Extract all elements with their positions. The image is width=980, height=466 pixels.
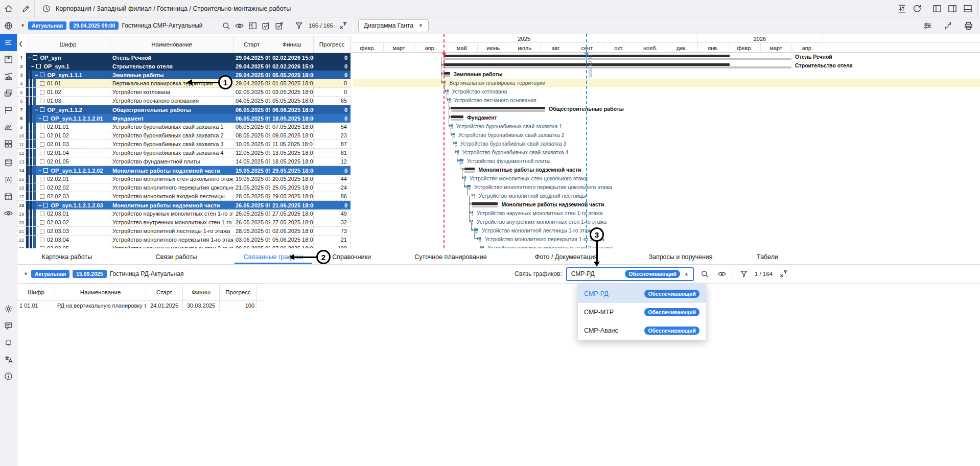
- row-checkbox[interactable]: [40, 73, 44, 77]
- rail-item-database[interactable]: [0, 154, 17, 171]
- row-checkbox[interactable]: [40, 133, 44, 138]
- rail-item-text-style[interactable]: [A]: [0, 171, 17, 188]
- rail-item-info[interactable]: [0, 368, 17, 385]
- tab-8[interactable]: Табели: [754, 249, 781, 265]
- table-row[interactable]: 1902.03.01Устройство наружных монолитных…: [17, 209, 351, 218]
- search-icon[interactable]: [698, 267, 711, 281]
- rail-item-translate[interactable]: [0, 351, 17, 368]
- gantt-bar[interactable]: [464, 168, 475, 170]
- gantt-bar[interactable]: [472, 202, 498, 205]
- search-button[interactable]: [219, 19, 232, 32]
- rail-item-grid[interactable]: [0, 135, 17, 152]
- table-row[interactable]: 1602.02.02Устройство монолитного перекры…: [17, 183, 351, 192]
- tab-4[interactable]: Справочники: [329, 249, 374, 265]
- tab-1[interactable]: Карточка работы: [39, 249, 95, 265]
- table-row[interactable]: 902.01.01Устройство буронабивных свай за…: [17, 123, 351, 131]
- rail-item-kanban[interactable]: [0, 51, 17, 68]
- rail-item-outline-list[interactable]: [0, 34, 17, 51]
- table-row[interactable]: 2−OP_syn.1Строительство отеля29.04.2025 …: [17, 62, 351, 71]
- row-checkbox[interactable]: [40, 151, 44, 155]
- linked-table-row[interactable]: 1 01.01РД на вертикальную планировку тер…: [17, 300, 265, 311]
- layout-button[interactable]: [246, 19, 259, 32]
- clear-filter-icon[interactable]: [336, 19, 349, 32]
- table-row[interactable]: 1−OP_synОтель Речной29.04.2025 09:0002.0…: [17, 53, 351, 62]
- table-row[interactable]: 2102.03.03Устройство монолитной лестницы…: [17, 227, 351, 236]
- table-row[interactable]: 14−OP_syn.1.1.2.1.2.02Монолитные работы …: [17, 166, 351, 175]
- table-row[interactable]: 1202.01.04Устройство буронабивных свай з…: [17, 149, 351, 157]
- gantt-bar[interactable]: [451, 115, 463, 118]
- column-header-3[interactable]: Финиш: [270, 36, 314, 53]
- eye-icon[interactable]: [715, 267, 729, 281]
- split-bottom-button[interactable]: [960, 0, 975, 17]
- row-checkbox[interactable]: [43, 203, 48, 207]
- rail-item-hatch[interactable]: [0, 119, 17, 135]
- row-checkbox[interactable]: [40, 212, 44, 216]
- tab-2[interactable]: Связи работы: [153, 249, 200, 265]
- table-row[interactable]: 3−OP_syn.1.1.1Земляные работы29.04.2025 …: [17, 71, 351, 79]
- linked-column-header-0[interactable]: Шифр: [17, 284, 55, 300]
- expand-caret-icon[interactable]: ▼: [24, 271, 28, 276]
- table-row[interactable]: 401.01Вертикальная планировка территории…: [17, 79, 351, 88]
- split-left-button[interactable]: [929, 0, 945, 17]
- row-checkbox[interactable]: [40, 238, 44, 242]
- column-header-2[interactable]: Старт: [234, 36, 270, 53]
- linked-column-header-3[interactable]: Финиш: [183, 284, 220, 300]
- settings-sliders-button[interactable]: [921, 19, 934, 32]
- gantt-view-select[interactable]: Диаграмма Ганта ▼: [358, 19, 429, 32]
- table-row[interactable]: 2302.03.05Устройство наружных монолитных…: [17, 244, 351, 248]
- critical-path-button[interactable]: [941, 19, 954, 32]
- row-checkbox[interactable]: [40, 81, 44, 86]
- row-checkbox[interactable]: [40, 107, 44, 112]
- table-row[interactable]: 1702.02.03Устройство монолитной входной …: [17, 192, 351, 201]
- gantt-bar[interactable]: [459, 159, 463, 161]
- table-row[interactable]: 18−OP_syn.1.1.2.1.2.03Монолитные работы …: [17, 201, 351, 209]
- linked-column-header-1[interactable]: Наименование: [55, 284, 146, 300]
- rail-item-bell[interactable]: [0, 334, 17, 351]
- row-checkbox[interactable]: [40, 246, 44, 249]
- filter-icon[interactable]: [292, 19, 306, 32]
- check-square-button[interactable]: [259, 19, 272, 32]
- dropdown-option-3[interactable]: СМР-АвансОбеспечивающий: [578, 321, 706, 340]
- row-checkbox[interactable]: [40, 177, 44, 181]
- gantt-bar[interactable]: [451, 107, 546, 109]
- row-checkbox[interactable]: [36, 64, 41, 68]
- table-row[interactable]: 1102.01.03Устройство буронабивных свай з…: [17, 140, 351, 149]
- row-checkbox[interactable]: [33, 55, 37, 60]
- column-header-4[interactable]: Прогресс: [314, 36, 351, 53]
- eye-button[interactable]: [232, 19, 246, 32]
- tab-6[interactable]: Фото / Документация: [532, 249, 600, 265]
- expand-caret-icon[interactable]: ▼: [20, 23, 25, 28]
- column-header-1[interactable]: Наименование: [110, 36, 234, 53]
- table-row[interactable]: 601.03Устройство песчаного основания04.0…: [17, 97, 351, 105]
- collapse-rows-button[interactable]: [894, 0, 909, 17]
- row-checkbox[interactable]: [40, 185, 44, 190]
- rail-item-flag[interactable]: [0, 102, 17, 119]
- rail-item-comment[interactable]: [0, 317, 17, 334]
- linked-column-header-4[interactable]: Прогресс: [220, 284, 257, 300]
- row-checkbox[interactable]: [40, 159, 44, 164]
- rail-item-globe[interactable]: [0, 17, 17, 34]
- rail-item-calendar[interactable]: [0, 188, 17, 205]
- clear-filter-icon[interactable]: [777, 267, 790, 281]
- table-row[interactable]: 7−OP_syn.1.1.2Общестроительные работы06.…: [17, 105, 351, 114]
- filter-icon[interactable]: [737, 267, 751, 281]
- rail-item-eye[interactable]: [0, 205, 17, 222]
- table-row[interactable]: 2002.03.02Устройство внутренних монолитн…: [17, 218, 351, 227]
- split-center-button[interactable]: [945, 0, 960, 17]
- home-button[interactable]: [0, 0, 17, 17]
- linked-column-header-2[interactable]: Старт: [146, 284, 183, 300]
- refresh-button[interactable]: [909, 0, 925, 17]
- table-row[interactable]: 1502.02.01Устройство монолитных стен цок…: [17, 175, 351, 183]
- column-header-0[interactable]: Шифр: [26, 36, 110, 53]
- row-checkbox[interactable]: [43, 116, 48, 121]
- collapse-panel-chevron-icon[interactable]: ❮: [18, 40, 23, 47]
- row-checkbox[interactable]: [40, 194, 44, 199]
- row-checkbox[interactable]: [40, 90, 44, 95]
- rail-item-folders[interactable]: [0, 85, 17, 102]
- gantt-bar[interactable]: [447, 89, 449, 92]
- row-checkbox[interactable]: [43, 168, 48, 173]
- rail-item-theme-sun[interactable]: [0, 300, 17, 317]
- table-row[interactable]: 1002.01.02Устройство буронабивных свай з…: [17, 131, 351, 140]
- table-row[interactable]: 8−OP_syn.1.1.2.1.2.01Фундамент06.05.2025…: [17, 114, 351, 123]
- row-checkbox[interactable]: [40, 142, 44, 147]
